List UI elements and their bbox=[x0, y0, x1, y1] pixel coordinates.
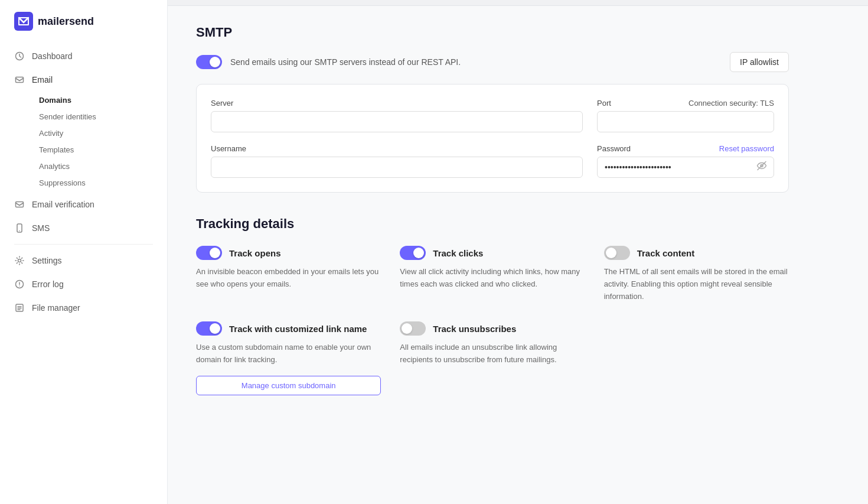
track-custom-link-toggle[interactable] bbox=[196, 321, 222, 336]
password-input[interactable] bbox=[597, 157, 774, 178]
logo-icon bbox=[14, 12, 33, 31]
email-subnav: Domains Sender identities Activity Templ… bbox=[7, 92, 160, 191]
phone-icon bbox=[14, 223, 25, 233]
track-content-desc: The HTML of all sent emails will be stor… bbox=[604, 266, 789, 303]
eye-icon[interactable] bbox=[756, 161, 767, 174]
logo-text: mailersend bbox=[38, 15, 94, 28]
track-unsubscribes-toggle[interactable] bbox=[400, 321, 426, 336]
sidebar-item-dashboard-label: Dashboard bbox=[32, 51, 73, 61]
sidebar-item-activity[interactable]: Activity bbox=[32, 125, 160, 141]
track-unsubscribes-knob bbox=[402, 323, 412, 334]
logo: mailersend bbox=[0, 0, 167, 45]
sidebar-item-email-verification-label: Email verification bbox=[32, 200, 94, 209]
smtp-toggle-row: Send emails using our SMTP servers inste… bbox=[196, 52, 789, 72]
svg-rect-3 bbox=[16, 202, 24, 207]
port-input[interactable] bbox=[597, 111, 774, 132]
sidebar-item-email-verification[interactable]: Email verification bbox=[7, 193, 160, 216]
track-content-label: Track content bbox=[637, 248, 695, 258]
smtp-username-password-row: Username Password Reset password bbox=[211, 144, 774, 178]
track-opens-desc: An invisible beacon embedded in your ema… bbox=[196, 266, 381, 291]
svg-rect-2 bbox=[16, 77, 24, 83]
track-content-toggle[interactable] bbox=[604, 246, 630, 260]
tracking-item-track-opens: Track opens An invisible beacon embedded… bbox=[196, 246, 381, 303]
password-header: Password Reset password bbox=[597, 144, 774, 153]
username-field-group: Username bbox=[211, 144, 583, 178]
smtp-server-port-row: Server Port Connection security: TLS bbox=[211, 99, 774, 132]
smtp-toggle[interactable] bbox=[196, 55, 222, 69]
username-input[interactable] bbox=[211, 157, 583, 178]
email-icon bbox=[14, 74, 25, 85]
sidebar-item-suppressions[interactable]: Suppressions bbox=[32, 175, 160, 191]
track-clicks-label: Track clicks bbox=[433, 248, 483, 258]
track-opens-toggle-row: Track opens bbox=[196, 246, 381, 260]
error-log-icon bbox=[14, 279, 25, 290]
content-area: SMTP Send emails using our SMTP servers … bbox=[168, 6, 817, 424]
password-label: Password bbox=[597, 144, 631, 153]
track-custom-link-label: Track with customized link name bbox=[229, 324, 367, 334]
password-field-group: Password Reset password bbox=[597, 144, 774, 178]
sidebar-divider bbox=[14, 244, 153, 245]
svg-rect-0 bbox=[14, 12, 33, 31]
connection-security-text: Connection security: TLS bbox=[688, 99, 774, 108]
smtp-section-title: SMTP bbox=[196, 6, 789, 40]
track-unsubscribes-toggle-row: Track unsubscribes bbox=[400, 321, 585, 336]
port-label: Port bbox=[597, 99, 611, 108]
server-label: Server bbox=[211, 99, 583, 108]
top-bar bbox=[168, 0, 868, 6]
track-content-toggle-row: Track content bbox=[604, 246, 789, 260]
tracking-item-track-content: Track content The HTML of all sent email… bbox=[604, 246, 789, 303]
smtp-card: Server Port Connection security: TLS Use… bbox=[196, 84, 789, 193]
track-unsubscribes-label: Track unsubscribes bbox=[433, 324, 516, 334]
smtp-toggle-left: Send emails using our SMTP servers inste… bbox=[196, 55, 461, 69]
sidebar-item-domains[interactable]: Domains bbox=[32, 92, 160, 108]
track-clicks-desc: View all click activity including which … bbox=[400, 266, 585, 291]
sidebar-item-settings-label: Settings bbox=[32, 256, 62, 265]
track-opens-label: Track opens bbox=[229, 248, 281, 258]
sidebar-item-settings[interactable]: Settings bbox=[7, 249, 160, 272]
sidebar: mailersend Dashboard Email Domains Sende… bbox=[0, 0, 168, 504]
password-input-wrap bbox=[597, 157, 774, 178]
tracking-item-track-custom-link: Track with customized link name Use a cu… bbox=[196, 321, 381, 395]
sidebar-item-email[interactable]: Email bbox=[7, 69, 160, 91]
sidebar-item-file-manager[interactable]: File manager bbox=[7, 297, 160, 319]
sidebar-item-sender-identities[interactable]: Sender identities bbox=[32, 109, 160, 125]
tracking-grid: Track opens An invisible beacon embedded… bbox=[196, 246, 789, 395]
sidebar-item-error-log-label: Error log bbox=[32, 279, 64, 289]
sidebar-item-dashboard[interactable]: Dashboard bbox=[7, 45, 160, 67]
clock-icon bbox=[14, 51, 25, 61]
manage-subdomain-button[interactable]: Manage custom subdomain bbox=[196, 376, 381, 395]
gear-icon bbox=[14, 255, 25, 266]
sidebar-item-templates[interactable]: Templates bbox=[32, 142, 160, 158]
ip-allowlist-button[interactable]: IP allowlist bbox=[730, 52, 789, 72]
sidebar-item-email-label: Email bbox=[32, 75, 53, 84]
reset-password-link[interactable]: Reset password bbox=[719, 144, 774, 153]
sidebar-item-sms[interactable]: SMS bbox=[7, 217, 160, 239]
port-field-group: Port Connection security: TLS bbox=[597, 99, 774, 132]
track-custom-link-knob bbox=[210, 323, 220, 334]
svg-point-8 bbox=[19, 285, 20, 287]
track-opens-toggle[interactable] bbox=[196, 246, 222, 260]
track-custom-link-desc: Use a custom subdomain name to enable yo… bbox=[196, 342, 381, 366]
tracking-section-title: Tracking details bbox=[196, 216, 789, 232]
tracking-item-track-clicks: Track clicks View all click activity inc… bbox=[400, 246, 585, 303]
server-input[interactable] bbox=[211, 111, 583, 132]
port-header: Port Connection security: TLS bbox=[597, 99, 774, 108]
svg-point-5 bbox=[19, 230, 20, 232]
sidebar-item-analytics[interactable]: Analytics bbox=[32, 158, 160, 174]
track-unsubscribes-desc: All emails include an unsubscribe link a… bbox=[400, 342, 585, 366]
tracking-item-track-unsubscribes: Track unsubscribes All emails include an… bbox=[400, 321, 585, 395]
file-manager-icon bbox=[14, 303, 25, 313]
sidebar-navigation: Dashboard Email Domains Sender identitie… bbox=[0, 45, 167, 504]
track-custom-link-toggle-row: Track with customized link name bbox=[196, 321, 381, 336]
email-check-icon bbox=[14, 199, 25, 210]
track-opens-knob bbox=[210, 248, 220, 258]
username-label: Username bbox=[211, 144, 583, 153]
track-clicks-knob bbox=[413, 248, 424, 258]
sidebar-item-file-manager-label: File manager bbox=[32, 303, 80, 313]
sidebar-item-sms-label: SMS bbox=[32, 223, 50, 233]
server-field-group: Server bbox=[211, 99, 583, 132]
svg-point-6 bbox=[18, 259, 21, 262]
sidebar-item-error-log[interactable]: Error log bbox=[7, 273, 160, 295]
track-clicks-toggle[interactable] bbox=[400, 246, 426, 260]
smtp-toggle-knob bbox=[210, 57, 220, 67]
